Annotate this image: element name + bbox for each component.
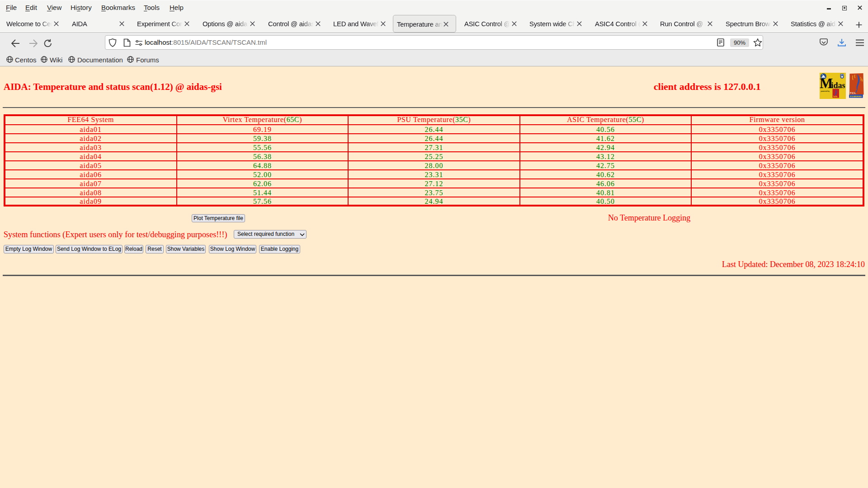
svg-text:powered by: powered by (821, 90, 830, 92)
svg-text:TCL: TCL (850, 91, 856, 94)
svg-text:POWERED: POWERED (850, 95, 862, 98)
svg-text:Tcl/Tk: Tcl/Tk (833, 96, 837, 98)
svg-text:idas: idas (831, 81, 845, 90)
